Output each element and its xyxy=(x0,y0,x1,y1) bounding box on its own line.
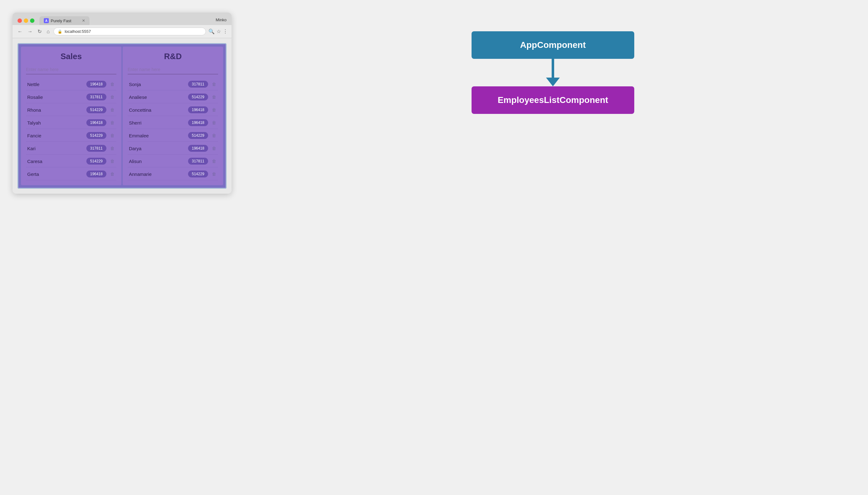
delete-button[interactable]: 🗑 xyxy=(109,81,115,87)
delete-button[interactable]: 🗑 xyxy=(109,145,115,151)
employee-id-badge: 196418 xyxy=(86,119,106,126)
sales-panel: Sales Nettle196418🗑Rosalie317811🗑Rhona51… xyxy=(21,47,121,185)
toolbar-right: 🔍 ☆ ⋮ xyxy=(208,29,228,34)
table-row: Emmalee514229🗑 xyxy=(127,130,218,142)
forward-button[interactable]: → xyxy=(26,28,34,35)
delete-button[interactable]: 🗑 xyxy=(211,94,217,100)
refresh-button[interactable]: ↻ xyxy=(36,28,43,35)
delete-button[interactable]: 🗑 xyxy=(109,94,115,100)
employee-name: Fancie xyxy=(27,133,86,138)
employee-name: Darya xyxy=(129,146,188,151)
table-row: Rosalie317811🗑 xyxy=(26,91,116,103)
table-row: Alisun317811🗑 xyxy=(127,155,218,167)
delete-button[interactable]: 🗑 xyxy=(211,120,217,126)
delete-button[interactable]: 🗑 xyxy=(109,171,115,177)
rnd-name-input[interactable] xyxy=(127,65,218,74)
delete-button[interactable]: 🗑 xyxy=(109,107,115,113)
maximize-button[interactable] xyxy=(30,18,34,23)
employee-id-badge: 514229 xyxy=(86,158,106,165)
employees-list-component-box: EmployeesListComponent xyxy=(472,86,634,114)
employee-name: Alisun xyxy=(129,159,188,164)
table-row: Analiese514229🗑 xyxy=(127,91,218,103)
employee-name: Sonja xyxy=(129,82,188,87)
browser-tab[interactable]: A Purely Fast ✕ xyxy=(39,16,89,25)
arrow-shaft xyxy=(552,59,554,78)
traffic-lights xyxy=(18,18,34,23)
browser-user: Minko xyxy=(216,18,226,24)
lens-icon[interactable]: 🔍 xyxy=(208,29,215,34)
url-text: localhost:5557 xyxy=(65,29,91,34)
employee-id-badge: 514229 xyxy=(188,171,208,177)
table-row: Annamarie514229🗑 xyxy=(127,168,218,180)
delete-button[interactable]: 🗑 xyxy=(109,132,115,139)
sales-employee-list: Nettle196418🗑Rosalie317811🗑Rhona514229🗑T… xyxy=(26,78,116,180)
delete-button[interactable]: 🗑 xyxy=(211,171,217,177)
employee-id-badge: 514229 xyxy=(188,132,208,139)
rnd-employee-list: Sonja317811🗑Analiese514229🗑Concettina196… xyxy=(127,78,218,180)
close-button[interactable] xyxy=(18,18,22,23)
employee-name: Talyah xyxy=(27,120,86,125)
minimize-button[interactable] xyxy=(24,18,28,23)
delete-button[interactable]: 🗑 xyxy=(211,81,217,87)
star-icon[interactable]: ☆ xyxy=(217,29,221,34)
rnd-title: R&D xyxy=(127,52,218,61)
delete-button[interactable]: 🗑 xyxy=(109,158,115,164)
delete-button[interactable]: 🗑 xyxy=(211,145,217,151)
back-button[interactable]: ← xyxy=(16,28,24,35)
employee-id-badge: 196418 xyxy=(86,81,106,88)
lock-icon: 🔒 xyxy=(57,30,62,34)
table-row: Darya196418🗑 xyxy=(127,142,218,155)
employee-name: Rosalie xyxy=(27,95,86,100)
employee-id-badge: 514229 xyxy=(86,132,106,139)
sales-title: Sales xyxy=(26,52,116,61)
table-row: Nettle196418🗑 xyxy=(26,78,116,90)
delete-button[interactable]: 🗑 xyxy=(211,158,217,164)
employee-name: Analiese xyxy=(129,95,188,100)
employee-id-badge: 317811 xyxy=(86,145,106,152)
rnd-panel: R&D Sonja317811🗑Analiese514229🗑Concettin… xyxy=(123,47,223,185)
table-row: Gerta196418🗑 xyxy=(26,168,116,180)
app-component-label: AppComponent xyxy=(520,40,586,50)
tab-title: Purely Fast xyxy=(51,18,71,23)
address-bar[interactable]: 🔒 localhost:5557 xyxy=(53,28,206,35)
employee-id-badge: 514229 xyxy=(86,106,106,113)
tab-favicon: A xyxy=(44,18,49,23)
employee-id-badge: 317811 xyxy=(86,93,106,100)
table-row: Caresa514229🗑 xyxy=(26,155,116,167)
employee-name: Sherri xyxy=(129,120,188,125)
employee-name: Rhona xyxy=(27,107,86,113)
employee-name: Concettina xyxy=(129,107,188,113)
table-row: Sonja317811🗑 xyxy=(127,78,218,90)
employee-name: Gerta xyxy=(27,171,86,177)
delete-button[interactable]: 🗑 xyxy=(211,132,217,139)
employee-name: Annamarie xyxy=(129,171,188,177)
sales-name-input[interactable] xyxy=(26,65,116,74)
table-row: Sherri196418🗑 xyxy=(127,117,218,129)
employee-id-badge: 317811 xyxy=(188,81,208,88)
diagram-arrow xyxy=(546,59,560,86)
tab-bar: A Purely Fast ✕ xyxy=(39,16,213,25)
browser-titlebar: A Purely Fast ✕ Minko xyxy=(13,13,232,25)
app-component-box: AppComponent xyxy=(472,31,634,59)
employee-id-badge: 514229 xyxy=(188,93,208,100)
table-row: Rhona514229🗑 xyxy=(26,104,116,116)
arrow-head xyxy=(546,78,560,86)
table-row: Kari317811🗑 xyxy=(26,142,116,155)
tab-close-icon[interactable]: ✕ xyxy=(82,18,85,23)
table-row: Talyah196418🗑 xyxy=(26,117,116,129)
employee-name: Kari xyxy=(27,146,86,151)
employee-id-badge: 196418 xyxy=(86,171,106,177)
menu-icon[interactable]: ⋮ xyxy=(223,29,228,34)
delete-button[interactable]: 🗑 xyxy=(211,107,217,113)
employee-name: Nettle xyxy=(27,82,86,87)
browser-window: A Purely Fast ✕ Minko ← → ↻ ⌂ 🔒 localhos… xyxy=(13,13,232,194)
employee-id-badge: 196418 xyxy=(188,145,208,152)
component-diagram: AppComponent EmployeesListComponent xyxy=(250,13,855,133)
table-row: Fancie514229🗑 xyxy=(26,130,116,142)
table-row: Concettina196418🗑 xyxy=(127,104,218,116)
delete-button[interactable]: 🗑 xyxy=(109,120,115,126)
employee-id-badge: 196418 xyxy=(188,106,208,113)
browser-content: Sales Nettle196418🗑Rosalie317811🗑Rhona51… xyxy=(13,38,232,194)
home-button[interactable]: ⌂ xyxy=(45,28,51,35)
browser-toolbar: ← → ↻ ⌂ 🔒 localhost:5557 🔍 ☆ ⋮ xyxy=(13,25,232,38)
